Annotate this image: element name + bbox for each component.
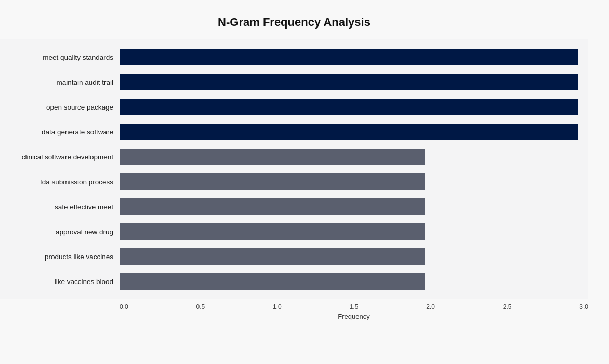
bar-wrapper <box>120 49 578 65</box>
bar-row: meet quality standards <box>0 45 578 70</box>
x-axis-label: Frequency <box>120 313 588 320</box>
bar-wrapper <box>120 248 578 265</box>
bar-label: maintain audit trail <box>0 78 120 86</box>
bar-label: approval new drug <box>0 228 120 236</box>
bar-wrapper <box>120 149 578 165</box>
bar-wrapper <box>120 273 578 290</box>
bar-label: like vaccines blood <box>0 278 120 286</box>
bar-row: products like vaccines <box>0 244 578 269</box>
bar <box>120 173 425 190</box>
bar <box>120 198 425 215</box>
x-tick: 2.5 <box>503 303 512 311</box>
bar-wrapper <box>120 198 578 215</box>
bar-row: fda submission process <box>0 169 578 194</box>
bar <box>120 273 425 290</box>
bar-wrapper <box>120 173 578 190</box>
bar-wrapper <box>120 124 578 140</box>
bar-label: meet quality standards <box>0 53 120 61</box>
x-tick: 2.0 <box>426 303 435 311</box>
bar-row: clinical software development <box>0 144 578 169</box>
bar <box>120 124 578 140</box>
bar <box>120 74 578 90</box>
x-tick: 1.0 <box>273 303 282 311</box>
bar-row: data generate software <box>0 119 578 144</box>
bar <box>120 248 425 265</box>
chart-title: N-Gram Frequency Analysis <box>0 10 588 29</box>
x-tick: 3.0 <box>579 303 588 311</box>
x-tick: 0.0 <box>120 303 128 311</box>
x-axis: 0.00.51.01.52.02.53.0 <box>120 299 588 311</box>
bar-row: like vaccines blood <box>0 269 578 294</box>
bar-label: clinical software development <box>0 153 120 161</box>
chart-area: meet quality standardsmaintain audit tra… <box>0 39 588 320</box>
bar-label: open source package <box>0 103 120 111</box>
bar-wrapper <box>120 223 578 240</box>
bar-label: data generate software <box>0 128 120 136</box>
bar-wrapper <box>120 74 578 90</box>
bar <box>120 223 425 240</box>
bar <box>120 99 578 115</box>
x-tick: 0.5 <box>196 303 205 311</box>
bar-row: maintain audit trail <box>0 70 578 95</box>
bars-section: meet quality standardsmaintain audit tra… <box>0 39 588 299</box>
bar-row: approval new drug <box>0 219 578 244</box>
bar <box>120 149 425 165</box>
bar-label: fda submission process <box>0 178 120 186</box>
bar <box>120 49 578 65</box>
x-tick: 1.5 <box>350 303 359 311</box>
bar-label: safe effective meet <box>0 203 120 211</box>
bar-row: safe effective meet <box>0 194 578 219</box>
x-ticks: 0.00.51.01.52.02.53.0 <box>120 303 588 311</box>
bar-row: open source package <box>0 95 578 119</box>
bar-wrapper <box>120 99 578 115</box>
chart-container: N-Gram Frequency Analysis meet quality s… <box>0 0 609 364</box>
bar-label: products like vaccines <box>0 253 120 261</box>
